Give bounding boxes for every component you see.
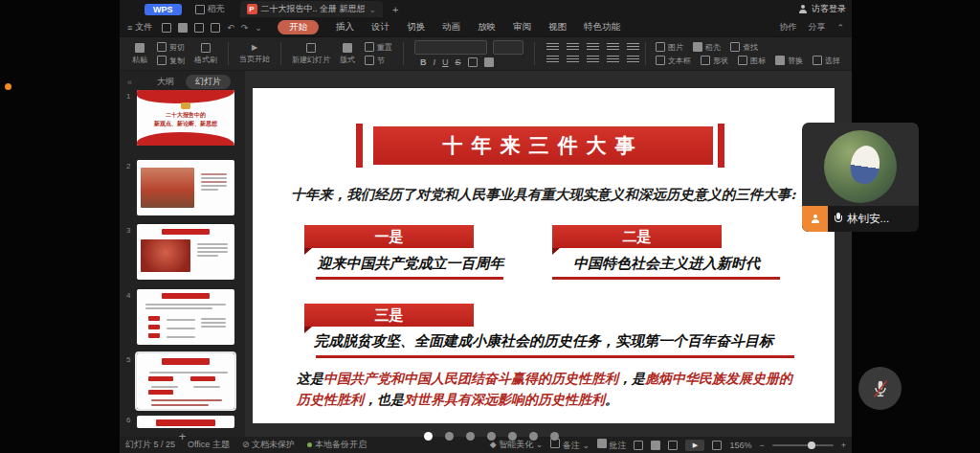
- replace-button[interactable]: 替换: [775, 56, 803, 66]
- add-slide-button[interactable]: +: [120, 429, 245, 443]
- docer-tab[interactable]: 稻壳: [195, 3, 225, 15]
- paste-button[interactable]: 粘贴: [132, 43, 147, 65]
- undo-icon[interactable]: ↶: [227, 23, 234, 33]
- reading-view-icon[interactable]: [668, 441, 678, 450]
- page-dot[interactable]: [466, 432, 475, 441]
- strikethrough-button[interactable]: S: [456, 57, 461, 67]
- line-spacing-icon[interactable]: [627, 43, 639, 52]
- indent-decrease-icon[interactable]: [587, 43, 599, 52]
- slide-intro-text: 十年来，我们经历了对党和人民事业具有重大现实意义和深远历史意义的三件大事:: [253, 186, 835, 204]
- collaborate-button[interactable]: 协作: [779, 21, 796, 34]
- redo-icon[interactable]: ↷: [241, 23, 249, 33]
- home-toolbar: 粘贴 剪切 复制 格式刷 ▶ 当页开始 新建幻灯片 版式: [120, 37, 852, 71]
- tab-outline[interactable]: 大纲: [157, 76, 174, 88]
- copy-button[interactable]: 复制: [157, 56, 185, 66]
- paste-label: 粘贴: [132, 55, 147, 65]
- slideshow-play-button[interactable]: ▶: [685, 440, 704, 451]
- reset-button[interactable]: 重置: [365, 42, 392, 53]
- slide-thumbnail-2[interactable]: [137, 160, 234, 215]
- page-dot[interactable]: [529, 432, 538, 441]
- quick-access-more-icon[interactable]: ⌄: [255, 23, 262, 33]
- mute-microphone-button[interactable]: [858, 367, 902, 410]
- icon-library-button[interactable]: 图标: [738, 56, 766, 66]
- text-direction-icon[interactable]: [627, 56, 639, 64]
- shape-button[interactable]: 形状: [701, 56, 728, 66]
- collapse-panel-icon[interactable]: «: [127, 78, 132, 87]
- new-tab-button[interactable]: +: [392, 4, 398, 15]
- format-painter-button[interactable]: 格式刷: [194, 43, 217, 65]
- file-menu-button[interactable]: ≡ 文件: [127, 21, 152, 34]
- slide-thumbnail-5-current[interactable]: [137, 353, 234, 409]
- tab-review[interactable]: 审阅: [513, 21, 531, 34]
- tab-dropdown-icon[interactable]: ⌄: [369, 5, 377, 14]
- insert-picture-button[interactable]: 图片: [656, 42, 683, 53]
- font-color-icon[interactable]: [468, 57, 478, 67]
- output-icon[interactable]: [178, 23, 188, 33]
- chip-graphic: [148, 333, 160, 338]
- tab-design[interactable]: 设计: [371, 21, 390, 34]
- play-from-current-button[interactable]: ▶ 当页开始: [239, 43, 270, 64]
- align-center-icon[interactable]: [567, 56, 579, 64]
- docer-assets-button[interactable]: 稻壳: [693, 42, 721, 53]
- new-slide-button[interactable]: 新建幻灯片: [292, 43, 330, 65]
- align-right-icon[interactable]: [587, 56, 599, 64]
- textbox-button[interactable]: 文本框: [656, 56, 691, 66]
- tab-transition[interactable]: 切换: [407, 21, 425, 34]
- tab-slideshow[interactable]: 放映: [478, 21, 496, 34]
- cut-button[interactable]: 剪切: [157, 42, 185, 53]
- layout-button[interactable]: 版式: [340, 43, 355, 65]
- document-protect-status[interactable]: ⊘ 文档未保护: [242, 439, 295, 451]
- zoom-out-button[interactable]: −: [759, 441, 764, 450]
- comments-button[interactable]: 批注: [597, 439, 627, 452]
- tab-special-features[interactable]: 特色功能: [584, 21, 620, 34]
- italic-button[interactable]: I: [434, 57, 436, 67]
- bold-button[interactable]: B: [420, 57, 427, 67]
- slide-thumbnail-6[interactable]: [137, 416, 234, 428]
- participant-video-tile[interactable]: 林钊安...: [802, 123, 919, 232]
- slide-thumbnail-3[interactable]: [137, 224, 234, 280]
- indent-increase-icon[interactable]: [607, 43, 619, 52]
- page-dot[interactable]: [487, 432, 496, 441]
- font-name-select[interactable]: [414, 40, 487, 55]
- bullet-list-icon[interactable]: [546, 43, 559, 52]
- page-dot-active[interactable]: [424, 432, 433, 441]
- tab-home[interactable]: 开始: [278, 20, 319, 34]
- tab-view[interactable]: 视图: [548, 21, 567, 34]
- layout-label: 版式: [340, 55, 355, 65]
- zoom-slider-knob[interactable]: [808, 442, 815, 449]
- wps-menu-button[interactable]: WPS: [145, 4, 182, 15]
- zoom-in-button[interactable]: +: [841, 441, 846, 450]
- tab-insert[interactable]: 插入: [336, 21, 354, 34]
- print-icon[interactable]: [194, 23, 204, 33]
- number-list-icon[interactable]: [567, 43, 579, 52]
- section-button[interactable]: 节: [365, 56, 392, 66]
- tab-slides[interactable]: 幻灯片: [186, 75, 231, 89]
- slide-sorter-view-icon[interactable]: [651, 441, 660, 450]
- page-dot[interactable]: [445, 432, 454, 441]
- tab-animation[interactable]: 动画: [442, 21, 460, 34]
- current-slide[interactable]: 十年来三件大事 十年来，我们经历了对党和人民事业具有重大现实意义和深远历史意义的…: [253, 88, 835, 423]
- preview-icon[interactable]: [211, 23, 220, 33]
- fit-window-icon[interactable]: [712, 441, 722, 450]
- page-dot[interactable]: [550, 432, 559, 441]
- page-dot[interactable]: [508, 432, 517, 441]
- slide-thumbnail-1[interactable]: 二十大报告中的 新观点、新论断、新思想: [137, 90, 234, 146]
- slide-thumbnail-4[interactable]: [137, 289, 234, 345]
- find-button[interactable]: 查找: [730, 42, 758, 53]
- font-size-select[interactable]: [493, 40, 523, 55]
- local-backup-status[interactable]: 本地备份开启: [307, 439, 367, 451]
- save-icon[interactable]: [162, 23, 171, 33]
- collapse-ribbon-icon[interactable]: ⌃: [836, 23, 844, 33]
- select-button[interactable]: 选择: [813, 56, 840, 66]
- underline-button[interactable]: U: [442, 57, 449, 67]
- share-button[interactable]: 分享: [808, 21, 825, 34]
- zoom-slider[interactable]: [772, 444, 834, 446]
- document-tab[interactable]: P 二十大报告中.. 全册 新思想 ⌄: [240, 1, 384, 17]
- guest-login-button[interactable]: 访客登录: [798, 3, 846, 15]
- highlight-color-icon[interactable]: [484, 57, 494, 67]
- justify-icon[interactable]: [607, 56, 619, 64]
- toolbar-divider: [645, 42, 646, 65]
- normal-view-icon[interactable]: [634, 441, 643, 450]
- align-left-icon[interactable]: [546, 56, 559, 64]
- muted-mic-icon: [870, 378, 891, 399]
